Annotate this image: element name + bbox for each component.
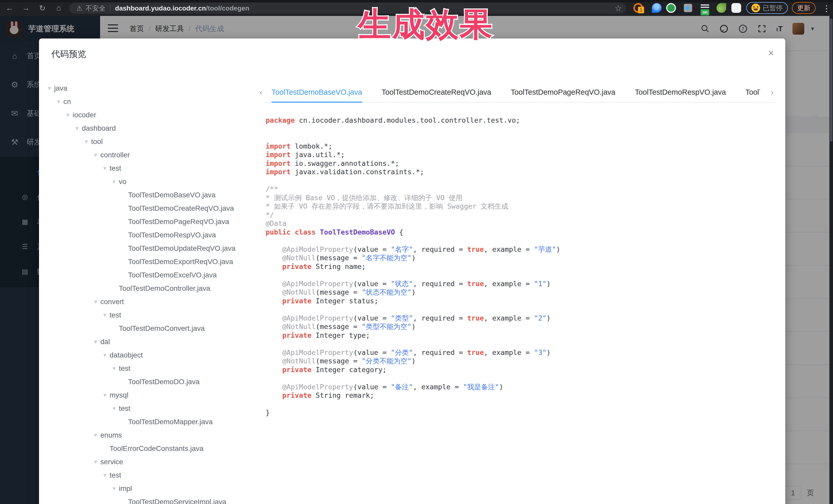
update-browser-button[interactable]: 更新 [792, 2, 815, 14]
tab-ToolTestDemoUpdateReqVO.java[interactable]: ToolTestDemoUpdateReqVO.java [745, 88, 760, 96]
caret-down-icon[interactable]: ▼ [100, 352, 110, 358]
tree-folder[interactable]: ▼java [45, 81, 260, 95]
tabs-zone: ‹ › ToolTestDemoBaseVO.javaToolTestDemoC… [260, 82, 775, 103]
code-line: import lombok.*; [266, 142, 778, 151]
extension-icon-1[interactable]: 1 [633, 3, 643, 13]
code-line: private Integer category; [266, 365, 778, 374]
caret-down-icon[interactable]: ▼ [91, 152, 100, 158]
tree-folder[interactable]: ▼convert [45, 295, 260, 309]
tree-folder[interactable]: ▼cn [45, 95, 260, 108]
tree-folder[interactable]: ▼test [45, 309, 260, 322]
tree-file[interactable]: ToolTestDemoServiceImpl.java [45, 495, 260, 504]
browser-menu-icon[interactable]: ⋮ [823, 4, 831, 13]
tree-folder[interactable]: ▼test [45, 402, 260, 415]
tabs-prev-icon[interactable]: ‹ [260, 88, 262, 96]
security-warning-icon: ⚠ [76, 4, 82, 12]
code-line: @NotNull(message = "状态不能为空") [266, 288, 778, 297]
tree-folder[interactable]: ▼vo [45, 175, 260, 188]
caret-down-icon[interactable]: ▼ [45, 86, 54, 91]
file-tree: ▼java▼cn▼iocoder▼dashboard▼tool▼controll… [45, 81, 260, 504]
url-host: dashboard.yudao.iocoder.cn [115, 4, 206, 12]
extension-icon-4[interactable]: ◆ [684, 4, 692, 12]
screenshot-stage: ← → ↻ ⌂ ⚠ 不安全 dashboard.yudao.iocoder.cn… [0, 0, 833, 504]
update-label: 更新 [797, 4, 810, 13]
caret-down-icon[interactable]: ▼ [109, 406, 119, 412]
caret-down-icon[interactable]: ▼ [91, 299, 100, 305]
tree-folder[interactable]: ▼service [45, 455, 260, 469]
close-icon[interactable]: × [768, 48, 774, 58]
code-line: package cn.iocoder.dashboard.modules.too… [266, 116, 778, 125]
tree-folder[interactable]: ▼tool [45, 135, 260, 148]
tree-file[interactable]: ToolTestDemoPageReqVO.java [45, 215, 260, 229]
caret-down-icon[interactable]: ▼ [81, 139, 91, 145]
caret-down-icon[interactable]: ▼ [63, 112, 73, 118]
back-icon[interactable]: ← [4, 2, 16, 14]
caret-down-icon[interactable]: ▼ [91, 432, 100, 438]
tree-file[interactable]: ToolErrorCodeConstants.java [45, 442, 260, 455]
bookmark-star-icon[interactable]: ☆ [615, 3, 622, 13]
tree-file[interactable]: ToolTestDemoConvert.java [45, 322, 260, 335]
caret-down-icon[interactable]: ▼ [91, 339, 100, 345]
code-line [266, 133, 778, 142]
tree-folder[interactable]: ▼test [45, 362, 260, 375]
tree-folder[interactable]: ▼dal [45, 335, 260, 349]
code-line [266, 400, 778, 409]
tree-file[interactable]: ToolTestDemoCreateReqVO.java [45, 202, 260, 215]
tree-folder[interactable]: ▼enums [45, 429, 260, 442]
browser-scrollbar[interactable] [829, 16, 833, 504]
extensions-puzzle-icon[interactable] [731, 3, 741, 13]
extension-icon-3[interactable] [666, 3, 676, 13]
code-line: @ApiModelProperty(value = "名字", required… [266, 245, 778, 254]
forward-icon[interactable]: → [20, 2, 32, 14]
tree-folder[interactable]: ▼controller [45, 148, 260, 162]
tree-file[interactable]: ToolTestDemoBaseVO.java [45, 188, 260, 202]
paused-profile-chip[interactable]: 已暂停 [746, 2, 788, 14]
address-bar[interactable]: ⚠ 不安全 dashboard.yudao.iocoder.cn /tool/c… [69, 3, 626, 14]
code-line: private String name; [266, 262, 778, 271]
extension-icon-2[interactable] [652, 3, 662, 13]
tree-folder[interactable]: ▼iocoder [45, 108, 260, 122]
extension-badge: 1 [638, 7, 644, 13]
tree-file[interactable]: ToolTestDemoExportReqVO.java [45, 255, 260, 268]
tabs-strip: ToolTestDemoBaseVO.javaToolTestDemoCreat… [271, 82, 760, 102]
scrollbar-thumb[interactable] [830, 19, 832, 142]
code-line: import io.swagger.annotations.*; [266, 159, 778, 168]
tab-ToolTestDemoPageReqVO.java[interactable]: ToolTestDemoPageReqVO.java [511, 88, 615, 96]
tree-folder[interactable]: ▼impl [45, 482, 260, 495]
tabs-next-icon[interactable]: › [771, 88, 774, 96]
caret-down-icon[interactable]: ▼ [109, 179, 119, 185]
extension-icon-6[interactable] [716, 3, 726, 13]
security-label: 不安全 [86, 4, 105, 13]
tree-file[interactable]: ToolTestDemoMapper.java [45, 415, 260, 429]
tree-folder[interactable]: ▼test [45, 469, 260, 482]
reload-icon[interactable]: ↻ [37, 2, 48, 14]
paused-label: 已暂停 [763, 4, 783, 13]
tab-ToolTestDemoCreateReqVO.java[interactable]: ToolTestDemoCreateReqVO.java [382, 88, 491, 96]
tree-file[interactable]: ToolTestDemoExcelVO.java [45, 268, 260, 282]
tree-file[interactable]: ToolTestDemoUpdateReqVO.java [45, 242, 260, 255]
extension-icon-5[interactable]: on [700, 3, 710, 13]
code-viewer[interactable]: package cn.iocoder.dashboard.modules.too… [266, 116, 778, 504]
tree-folder[interactable]: ▼dashboard [45, 122, 260, 135]
code-line: } [266, 408, 778, 417]
caret-down-icon[interactable]: ▼ [109, 366, 119, 371]
tree-file[interactable]: ToolTestDemoDO.java [45, 375, 260, 388]
tree-folder[interactable]: ▼test [45, 162, 260, 175]
tree-folder[interactable]: ▼mysql [45, 388, 260, 402]
caret-down-icon[interactable]: ▼ [100, 312, 110, 318]
diamond-glyph: ◆ [685, 4, 690, 11]
tab-ToolTestDemoRespVO.java[interactable]: ToolTestDemoRespVO.java [635, 88, 726, 96]
caret-down-icon[interactable]: ▼ [91, 459, 100, 465]
caret-down-icon[interactable]: ▼ [100, 392, 110, 398]
caret-down-icon[interactable]: ▼ [54, 99, 63, 105]
emoji-avatar [752, 4, 760, 12]
tab-ToolTestDemoBaseVO.java[interactable]: ToolTestDemoBaseVO.java [271, 88, 362, 96]
caret-down-icon[interactable]: ▼ [72, 125, 82, 131]
tree-file[interactable]: ToolTestDemoController.java [45, 282, 260, 295]
caret-down-icon[interactable]: ▼ [109, 486, 119, 492]
home-icon[interactable]: ⌂ [53, 2, 65, 14]
caret-down-icon[interactable]: ▼ [100, 166, 110, 171]
caret-down-icon[interactable]: ▼ [100, 473, 110, 478]
tree-folder[interactable]: ▼dataobject [45, 349, 260, 362]
tree-file[interactable]: ToolTestDemoRespVO.java [45, 229, 260, 242]
